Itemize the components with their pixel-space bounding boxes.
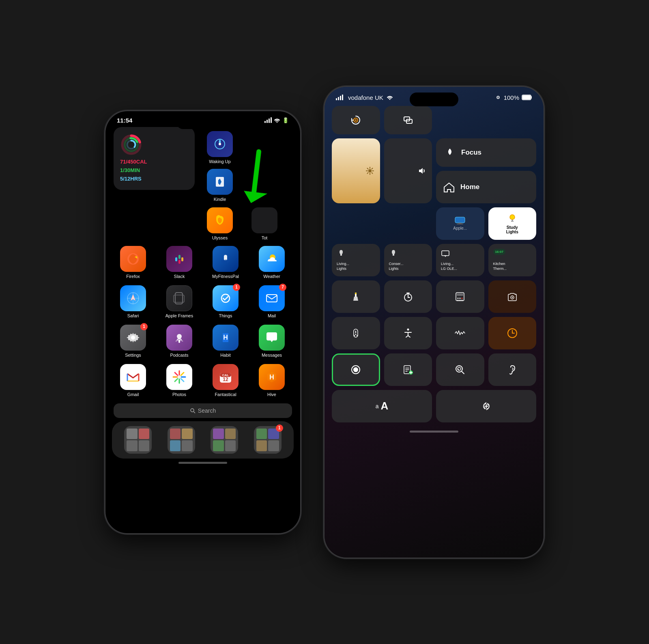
app-icon-fantastical[interactable]: CAL 12 Fantastical [206,364,245,397]
mail-badge: 7 [279,284,286,291]
zoom-icon: + [454,364,466,375]
svg-point-87 [357,335,357,336]
search-bar[interactable]: Search [114,403,292,418]
cc-battery-info: 100% [495,94,532,101]
cc-carrier-info: vodafone UK [336,94,393,101]
cc-camera[interactable]: + [488,280,537,313]
dock-folder-2[interactable] [168,426,195,454]
cc-torch[interactable] [332,280,380,313]
conservatory-lights-icon [389,249,398,258]
svg-line-56 [372,168,372,169]
cc-home[interactable]: Home [436,171,536,203]
svg-point-86 [354,335,355,336]
cc-text-size[interactable]: a A [332,390,432,422]
calculator-icon [454,291,466,302]
dock-folder-3[interactable] [211,426,238,454]
cc-accessibility[interactable] [384,317,432,349]
appletv-label: Apple... [453,226,467,230]
svg-line-57 [367,172,368,173]
svg-point-38 [191,409,194,412]
svg-point-85 [355,334,357,335]
app-icon-messages[interactable]: Messages [252,325,291,358]
app-icon-tot[interactable]: Tot [245,207,284,240]
svg-rect-14 [178,260,181,264]
svg-line-55 [372,172,372,173]
notes-add-icon [402,364,414,375]
cc-living-lights[interactable]: Living...Lights [332,244,380,276]
cc-location-icon [495,94,501,101]
cc-volume[interactable] [384,138,432,203]
cc-brightness[interactable] [332,138,380,203]
cc-apple-tv[interactable]: Apple... [436,207,484,240]
app-icon-hive[interactable]: H Hive [252,364,291,397]
app-icon-myfitnesspal[interactable]: MFP MyFitnessPal [206,246,245,279]
app-icon-gmail[interactable]: Gmail [114,364,153,397]
cc-notes-add[interactable] [384,353,432,386]
cc-signal-icon [336,95,343,100]
cc-shazam[interactable] [436,390,536,422]
app-icon-podcasts[interactable]: Podcasts [160,325,199,358]
app-icon-waking[interactable]: Waking Up [200,131,239,164]
fitness-stats: 71/450CAL 1/30MIN 5/12HRS [120,158,188,183]
cc-remote[interactable] [332,317,380,349]
brightness-icon [365,166,374,175]
app-icon-things[interactable]: 1 Things [206,285,245,318]
cc-clock[interactable] [488,317,537,349]
cc-hearing[interactable] [488,353,537,386]
cc-conservatory-lights[interactable]: Conser...Lights [384,244,432,276]
cc-sound-recognition[interactable] [436,317,484,349]
svg-point-75 [460,297,461,299]
svg-point-61 [510,215,515,220]
app-icon-photos[interactable]: Photos [160,364,199,397]
app-icon-appleframes[interactable]: Apple Frames [160,285,199,318]
cc-screen-record[interactable] [332,353,380,386]
home-label: Home [460,183,479,191]
app-icon-kindle[interactable]: Kindle [200,169,239,202]
cc-kitchen-thermostat[interactable]: 16:07 KitchenTherm... [488,244,537,276]
app-icon-slack[interactable]: Slack [160,246,199,279]
dock-folder-1[interactable] [124,426,152,454]
dynamic-island [410,93,458,106]
app-icon-settings[interactable]: 1 Settings [114,325,153,358]
cc-home-indicator [410,431,458,433]
svg-line-54 [367,168,368,169]
svg-rect-13 [181,257,183,261]
svg-point-9 [219,143,221,145]
hearing-icon [507,364,518,375]
app-icon-firefox[interactable]: Firefox [114,246,153,279]
cc-living-tv[interactable]: Living...LG OLE... [436,244,484,276]
svg-text:12: 12 [223,377,228,382]
cc-timer[interactable] [384,280,432,313]
cc-study-lights[interactable]: StudyLights [488,207,537,240]
svg-rect-11 [175,257,177,261]
cc-zoom[interactable]: + [436,353,484,386]
remote-icon [350,328,361,338]
svg-rect-73 [457,293,463,296]
notch [176,116,229,129]
svg-rect-26 [266,295,277,302]
torch-icon [350,291,361,302]
app-row-4: 1 Settings Podcasts [114,325,292,358]
svg-rect-43 [531,96,532,99]
fitness-widget[interactable]: 71/450CAL 1/30MIN 5/12HRS [114,127,195,190]
app-icon-habit[interactable]: H Habit [206,325,245,358]
cc-focus[interactable]: Focus [436,138,536,167]
app-icon-safari[interactable]: Safari [114,285,153,318]
app-icon-mail[interactable]: 7 Mail [252,285,291,318]
app-row-3: Safari Apple Frames 1 [114,285,292,318]
cc-screen-mirror[interactable] [384,106,432,134]
svg-point-93 [353,367,358,372]
activity-rings [120,134,142,156]
svg-point-77 [458,299,459,301]
cc-lock-rotation[interactable] [332,106,380,134]
living-lights-icon [337,249,346,258]
cc-battery-percent: 100% [504,94,519,101]
app-icon-weather[interactable]: Weather [252,246,291,279]
svg-point-76 [462,297,463,299]
dock-folder-4[interactable]: 1 [254,426,282,454]
app-icon-ulysses[interactable]: Ulysses [200,207,239,240]
svg-point-74 [458,297,459,299]
cc-calculator[interactable] [436,280,484,313]
svg-line-39 [193,411,195,413]
dock: 1 [112,421,294,459]
